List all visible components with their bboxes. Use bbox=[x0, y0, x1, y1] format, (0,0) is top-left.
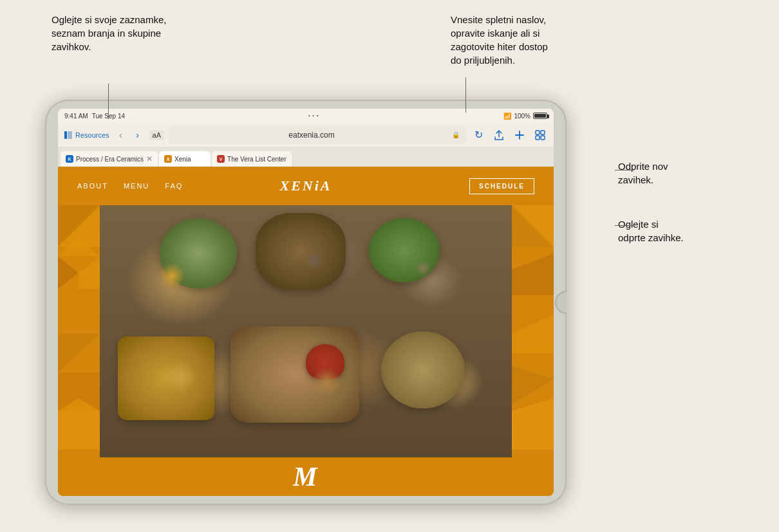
svg-marker-19 bbox=[512, 315, 554, 353]
forward-button[interactable]: › bbox=[130, 127, 145, 143]
food-grilled bbox=[256, 213, 346, 290]
hero-section bbox=[58, 205, 554, 457]
callout-line-newtab bbox=[615, 170, 634, 170]
nav-buttons: ‹ › bbox=[113, 127, 145, 143]
callout-line-tabs bbox=[615, 225, 634, 226]
svg-rect-5 bbox=[541, 131, 545, 134]
callout-top-right: Vnesite spletni naslov,opravite iskanje … bbox=[451, 13, 548, 67]
callout-top-left: Oglejte si svoje zaznamke, seznam branja… bbox=[52, 13, 180, 53]
time-display: 9:41 AM bbox=[64, 113, 88, 120]
tab-xenia[interactable]: X Xenia bbox=[159, 151, 211, 167]
site-logo: XENiA bbox=[279, 178, 332, 194]
browser-toolbar: Resources ‹ › aA eatxenia.com 🔒 ↻ bbox=[58, 123, 554, 147]
url-bar[interactable]: eatxenia.com 🔒 bbox=[168, 126, 466, 144]
bookmarks-button[interactable]: Resources bbox=[63, 130, 109, 140]
left-triangles bbox=[58, 205, 100, 450]
back-button[interactable]: ‹ bbox=[113, 127, 129, 143]
nav-menu[interactable]: MENU bbox=[124, 182, 149, 190]
wifi-icon: 📶 bbox=[503, 113, 511, 120]
ipad-device: 9:41 AM Tue Sep 14 ··· 📶 100% bbox=[45, 100, 567, 505]
status-right: 📶 100% bbox=[503, 113, 547, 120]
more-dots: ··· bbox=[308, 111, 321, 120]
svg-rect-0 bbox=[64, 131, 67, 139]
geo-right bbox=[512, 205, 554, 457]
site-nav-links: ABOUT MENU FAQ bbox=[77, 182, 183, 190]
food-sauce bbox=[306, 344, 344, 380]
tab-close-process[interactable]: ✕ bbox=[146, 154, 153, 163]
home-button[interactable] bbox=[555, 291, 567, 314]
food-salad bbox=[369, 218, 440, 282]
food-flatbread bbox=[381, 331, 465, 408]
tab-vera[interactable]: V The Vera List Center bbox=[212, 151, 292, 167]
svg-rect-7 bbox=[541, 136, 545, 140]
svg-marker-12 bbox=[79, 257, 100, 289]
svg-rect-6 bbox=[536, 136, 540, 140]
tab-title-vera: The Vera List Center bbox=[227, 156, 286, 163]
callout-new-tab: Odprite novzavihek. bbox=[618, 160, 668, 187]
svg-marker-21 bbox=[512, 398, 554, 450]
tab-title-xenia: Xenia bbox=[174, 156, 205, 163]
tab-process[interactable]: K Process / Era Ceramics ✕ bbox=[61, 151, 158, 167]
tab-overview-button[interactable] bbox=[532, 127, 549, 143]
callout-line-url bbox=[465, 77, 466, 113]
geo-left bbox=[58, 205, 100, 457]
reader-mode-button[interactable]: aA bbox=[149, 130, 164, 140]
status-bar: 9:41 AM Tue Sep 14 ··· 📶 100% bbox=[58, 109, 554, 123]
status-left: 9:41 AM Tue Sep 14 bbox=[64, 113, 125, 120]
battery-icon bbox=[533, 113, 547, 119]
nav-faq[interactable]: FAQ bbox=[165, 182, 183, 190]
tabs-bar: K Process / Era Ceramics ✕ X Xenia V The… bbox=[58, 147, 554, 167]
svg-rect-4 bbox=[536, 131, 540, 134]
right-triangles bbox=[512, 205, 554, 450]
tab-favicon-vera: V bbox=[217, 155, 225, 163]
schedule-button[interactable]: SCHEDULE bbox=[469, 178, 534, 194]
website-content: ABOUT MENU FAQ XENiA SCHEDULE bbox=[58, 167, 554, 496]
reload-button[interactable]: ↻ bbox=[470, 127, 487, 143]
svg-marker-20 bbox=[512, 366, 554, 405]
new-tab-button[interactable] bbox=[511, 127, 528, 143]
lock-icon: 🔒 bbox=[452, 131, 460, 138]
bookmarks-label: Resources bbox=[75, 131, 109, 139]
site-nav: ABOUT MENU FAQ XENiA SCHEDULE bbox=[58, 167, 554, 205]
svg-marker-11 bbox=[58, 257, 79, 289]
svg-marker-13 bbox=[58, 334, 100, 372]
food-bowl-1 bbox=[160, 218, 237, 289]
url-text: eatxenia.com bbox=[174, 131, 449, 140]
food-main bbox=[230, 326, 359, 423]
ipad-screen: 9:41 AM Tue Sep 14 ··· 📶 100% bbox=[58, 109, 554, 496]
tab-favicon-process: K bbox=[66, 155, 73, 163]
share-button[interactable] bbox=[491, 127, 507, 143]
svg-rect-1 bbox=[68, 131, 72, 139]
table-tint bbox=[97, 205, 515, 457]
battery-percent: 100% bbox=[514, 113, 530, 120]
tab-favicon-xenia: X bbox=[164, 155, 172, 163]
sidebar-icon bbox=[63, 130, 73, 140]
nav-about[interactable]: ABOUT bbox=[77, 182, 108, 190]
food-fries bbox=[118, 336, 214, 420]
food-photo bbox=[97, 205, 515, 457]
callout-open-tabs: Oglejte siodprte zavihke. bbox=[618, 217, 684, 244]
tab-title-process: Process / Era Ceramics bbox=[76, 156, 144, 163]
bottom-title: M bbox=[293, 461, 318, 492]
svg-marker-18 bbox=[512, 253, 554, 295]
site-bottom: M bbox=[58, 457, 554, 496]
callout-line-left bbox=[108, 84, 109, 119]
toolbar-actions: ↻ bbox=[470, 127, 549, 143]
